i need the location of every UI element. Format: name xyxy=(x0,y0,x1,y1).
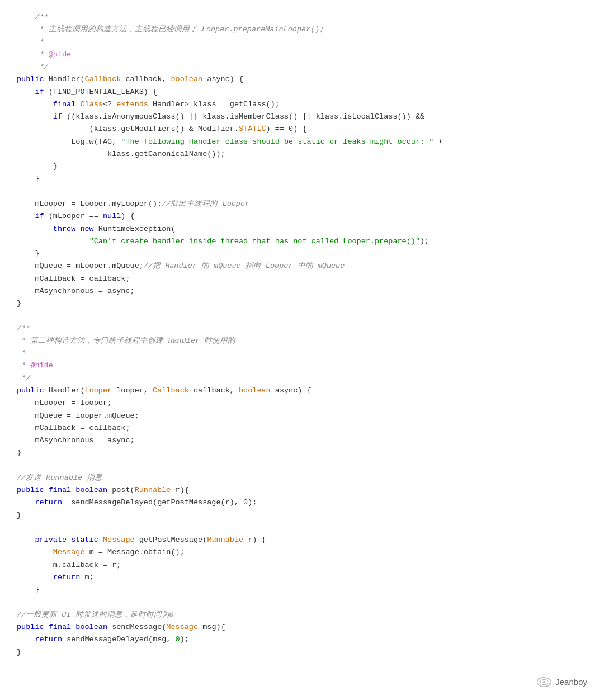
svg-point-2 xyxy=(543,681,545,683)
code-block: /** * 主线程调用的构造方法，主线程已经调用了 Looper.prepare… xyxy=(17,11,587,659)
watermark-text: Jeanboy xyxy=(555,675,587,689)
watermark: Jeanboy xyxy=(536,675,587,689)
watermark-logo-icon xyxy=(536,676,552,688)
code-container: /** * 主线程调用的构造方法，主线程已经调用了 Looper.prepare… xyxy=(0,0,604,700)
